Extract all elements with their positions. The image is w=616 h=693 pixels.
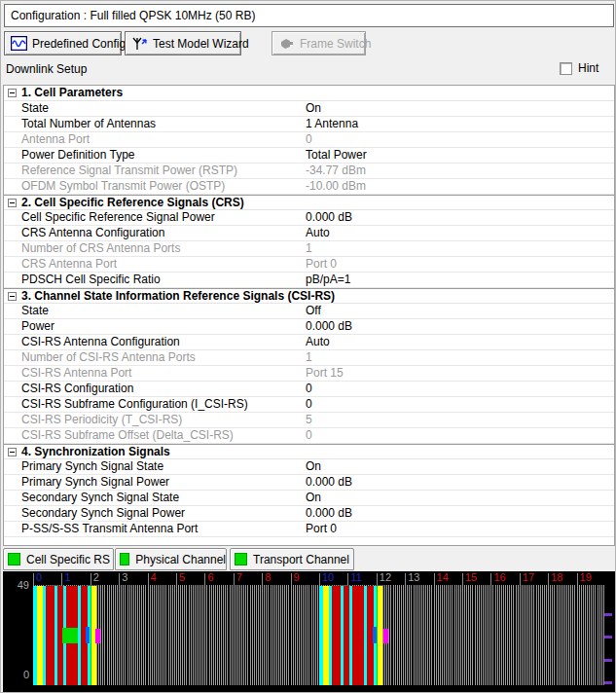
setting-row[interactable]: Number of CRS Antenna Ports1 bbox=[4, 241, 614, 257]
setting-value: 1 bbox=[306, 241, 312, 256]
setting-row[interactable]: CSI-RS Antenna ConfigurationAuto bbox=[4, 335, 614, 350]
subframe-tick bbox=[33, 573, 34, 585]
subframe-number-label: 15 bbox=[465, 571, 477, 584]
channel-stripe-pdsch bbox=[46, 586, 54, 685]
setting-value[interactable]: Auto bbox=[306, 226, 330, 240]
setting-row[interactable]: Antenna Port0 bbox=[4, 132, 614, 148]
y-axis-top-label: 49 bbox=[3, 579, 29, 591]
setting-value[interactable]: 0.000 dB bbox=[306, 210, 352, 225]
section-header[interactable]: 3. Channel State Information Reference S… bbox=[4, 288, 614, 304]
setting-value[interactable]: Total Power bbox=[306, 148, 367, 163]
subframe-tick bbox=[377, 573, 378, 585]
setting-row[interactable]: CSI-RS Antenna PortPort 15 bbox=[4, 366, 614, 382]
tab-cell-specific-rs[interactable]: Cell Specific RS bbox=[3, 548, 114, 570]
downlink-setup-label: Downlink Setup bbox=[6, 62, 87, 76]
subframe-number-label: 13 bbox=[408, 571, 419, 584]
setting-value[interactable]: On bbox=[306, 459, 321, 474]
subframe-tick bbox=[319, 573, 320, 585]
setting-label: Primary Synch Signal Power bbox=[21, 475, 169, 489]
setting-row[interactable]: Power0.000 dB bbox=[4, 319, 614, 335]
setting-value[interactable]: 0.000 dB bbox=[306, 506, 352, 521]
collapse-icon[interactable] bbox=[8, 292, 17, 301]
subframe-tick bbox=[347, 573, 348, 585]
scroll-marker-icon bbox=[604, 681, 612, 684]
subframe-tick bbox=[234, 573, 235, 585]
setting-row[interactable]: Reference Signal Transmit Power (RSTP)-3… bbox=[4, 164, 614, 179]
subframe-number-label: 16 bbox=[493, 571, 505, 584]
setting-row[interactable]: Secondary Synch Signal Power0.000 dB bbox=[4, 506, 614, 522]
setting-value[interactable]: 0.000 dB bbox=[306, 319, 352, 334]
setting-value[interactable]: Port 0 bbox=[306, 522, 337, 536]
setting-label: Number of CSI-RS Antenna Ports bbox=[21, 350, 196, 364]
setting-row[interactable]: CRS Antenna ConfigurationAuto bbox=[4, 226, 614, 241]
setting-value[interactable]: On bbox=[306, 101, 321, 116]
subframe-number-label: 8 bbox=[265, 571, 271, 584]
setting-row[interactable]: PDSCH Cell Specific RatiopB/pA=1 bbox=[4, 273, 614, 288]
collapse-icon[interactable] bbox=[8, 448, 17, 456]
setting-row[interactable]: Secondary Synch Signal StateOn bbox=[4, 491, 614, 506]
subframe-number-label: 5 bbox=[179, 571, 185, 584]
section-header[interactable]: 1. Cell Parameters bbox=[4, 86, 614, 101]
pss-overlay-block bbox=[373, 627, 377, 643]
setting-value[interactable]: 0 bbox=[306, 397, 312, 412]
setting-row[interactable]: CSI-RS Configuration0 bbox=[4, 382, 614, 397]
channel-stripe-pdsch bbox=[332, 586, 341, 685]
subframe-tick bbox=[405, 573, 406, 585]
setting-row[interactable]: Primary Synch Signal StateOn bbox=[4, 459, 614, 475]
setting-row[interactable]: StateOn bbox=[4, 101, 614, 117]
setting-row[interactable]: CSI-RS Periodicity (T_CSI-RS)5 bbox=[4, 413, 614, 428]
hint-checkbox[interactable] bbox=[560, 62, 572, 75]
setting-row[interactable]: CRS Antenna PortPort 0 bbox=[4, 257, 614, 273]
setting-label: Antenna Port bbox=[21, 132, 90, 146]
setting-row[interactable]: OFDM Symbol Transmit Power (OSTP)-10.00 … bbox=[4, 179, 614, 195]
setting-label: Secondary Synch Signal Power bbox=[21, 506, 185, 520]
setting-value: 1 bbox=[306, 350, 312, 365]
subframe-number-label: 7 bbox=[236, 571, 242, 584]
collapse-icon[interactable] bbox=[8, 89, 17, 97]
setting-row[interactable]: Total Number of Antennas1 Antenna bbox=[4, 117, 614, 132]
setting-label: Power Definition Type bbox=[21, 148, 135, 162]
scroll-marker-icon bbox=[604, 659, 612, 662]
setting-label: Number of CRS Antenna Ports bbox=[21, 241, 180, 255]
setting-row[interactable]: StateOff bbox=[4, 304, 614, 319]
tab-physical-channel[interactable]: Physical Channel bbox=[115, 548, 227, 570]
setting-value[interactable]: 0.000 dB bbox=[306, 475, 352, 490]
section-header[interactable]: 2. Cell Specific Reference Signals (CRS) bbox=[4, 195, 614, 210]
setting-value[interactable]: 0 bbox=[306, 382, 312, 396]
setting-label: State bbox=[21, 101, 49, 115]
setting-value: -10.00 dBm bbox=[306, 179, 366, 194]
tab-transport-channel[interactable]: Transport Channel bbox=[230, 548, 354, 570]
setting-label: State bbox=[21, 304, 49, 317]
scroll-marker-icon bbox=[604, 636, 612, 638]
setting-value: 5 bbox=[306, 413, 312, 427]
subframe-number-label: 6 bbox=[207, 571, 213, 584]
subframe-number-label: 17 bbox=[523, 571, 534, 584]
setting-row[interactable]: CSI-RS Subframe Configuration (I_CSI-RS)… bbox=[4, 397, 614, 413]
setting-value[interactable]: Auto bbox=[306, 335, 330, 349]
setting-value: 0 bbox=[306, 132, 312, 147]
test-model-wizard-button[interactable]: Test Model Wizard bbox=[125, 31, 241, 55]
subframe-tick bbox=[262, 573, 263, 585]
setting-value[interactable]: 1 Antenna bbox=[306, 117, 358, 131]
setting-value[interactable]: On bbox=[306, 491, 321, 505]
setting-row[interactable]: Power Definition TypeTotal Power bbox=[4, 148, 614, 164]
setting-row[interactable]: Number of CSI-RS Antenna Ports1 bbox=[4, 350, 614, 366]
subframe-number-label: 9 bbox=[294, 571, 300, 584]
subframe-tick bbox=[119, 573, 120, 585]
setting-value[interactable]: Off bbox=[306, 304, 321, 318]
setting-label: CSI-RS Antenna Port bbox=[21, 366, 131, 380]
setting-label: CSI-RS Periodicity (T_CSI-RS) bbox=[21, 413, 182, 426]
setting-row[interactable]: P-SS/S-SS Transmit Antenna PortPort 0 bbox=[4, 522, 614, 537]
setting-row[interactable]: Primary Synch Signal Power0.000 dB bbox=[4, 475, 614, 491]
setting-value[interactable]: pB/pA=1 bbox=[306, 273, 350, 287]
subframe-number-label: 4 bbox=[151, 571, 157, 584]
setting-row[interactable]: CSI-RS Subframe Offset (Delta_CSI-RS)0 bbox=[4, 428, 614, 444]
collapse-icon[interactable] bbox=[8, 199, 17, 207]
predefined-config-label: Predefined Config. bbox=[32, 37, 128, 51]
setting-label: OFDM Symbol Transmit Power (OSTP) bbox=[21, 179, 225, 193]
predefined-config-button[interactable]: Predefined Config. bbox=[4, 31, 122, 55]
section-header[interactable]: 4. Synchronization Signals bbox=[4, 444, 614, 459]
subframe-number-label: 2 bbox=[93, 571, 99, 584]
setting-label: Primary Synch Signal State bbox=[21, 459, 163, 473]
setting-row[interactable]: Cell Specific Reference Signal Power0.00… bbox=[4, 210, 614, 226]
